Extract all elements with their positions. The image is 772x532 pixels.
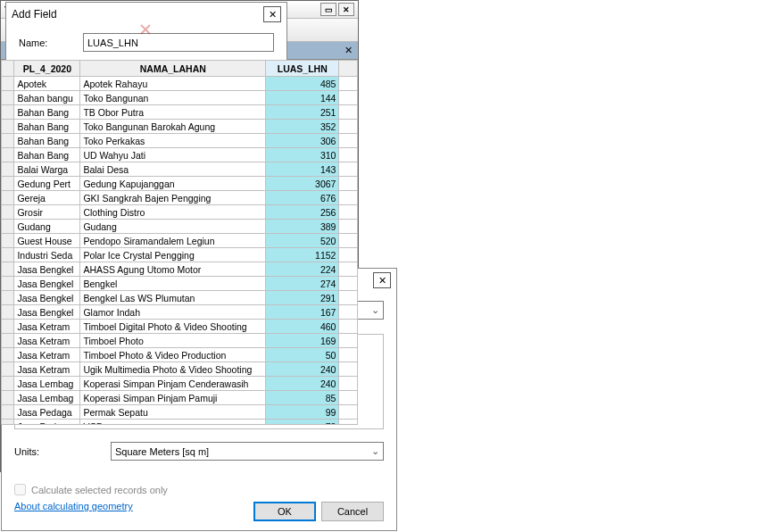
table-row[interactable]: Jasa KetramTimboel Digital Photo & Video… [2, 320, 358, 334]
table-row[interactable]: Bahan BangToko Perkakas306 [2, 134, 358, 148]
cell-pl[interactable]: Bahan Bang [14, 134, 80, 148]
table-row[interactable]: Jasa BengkelBengkel Las WS Plumutan291 [2, 291, 358, 305]
table-row[interactable]: Bahan BangToko Bangunan Barokah Agung352 [2, 120, 358, 134]
cell-luas[interactable]: 85 [266, 391, 339, 405]
table-row[interactable]: Jasa PedagaVCD70 [2, 420, 358, 426]
row-selector[interactable] [2, 334, 14, 348]
cell-nama[interactable]: Polar Ice Crystal Pengging [80, 248, 266, 262]
row-selector[interactable] [2, 262, 14, 277]
cell-nama[interactable]: Gudang [80, 220, 266, 234]
table-row[interactable]: Jasa BengkelAHASS Agung Utomo Motor224 [2, 262, 358, 277]
cell-pl[interactable]: Gereja [14, 191, 80, 205]
cell-extra[interactable] [339, 148, 358, 162]
cell-pl[interactable]: Jasa Ketram [14, 362, 80, 377]
cell-luas[interactable]: 1152 [266, 248, 339, 262]
cell-luas[interactable]: 389 [266, 220, 339, 234]
row-selector[interactable] [2, 148, 14, 162]
cell-nama[interactable]: Koperasi Simpan Pinjam Cenderawasih [80, 377, 266, 391]
cell-luas[interactable]: 143 [266, 162, 339, 177]
cell-extra[interactable] [339, 91, 358, 105]
cell-nama[interactable]: Toko Perkakas [80, 134, 266, 148]
cell-nama[interactable]: UD Wahyu Jati [80, 148, 266, 162]
cell-nama[interactable]: Timboel Photo [80, 334, 266, 348]
cell-luas[interactable]: 50 [266, 348, 339, 362]
cell-nama[interactable]: Permak Sepatu [80, 405, 266, 420]
cell-pl[interactable]: Jasa Bengkel [14, 291, 80, 305]
row-selector[interactable] [2, 120, 14, 134]
col-header-extra[interactable] [339, 61, 358, 77]
cell-extra[interactable] [339, 277, 358, 291]
cell-pl[interactable]: Jasa Pedaga [14, 405, 80, 420]
row-selector[interactable] [2, 405, 14, 420]
close-button[interactable]: ✕ [263, 6, 281, 22]
cell-extra[interactable] [339, 420, 358, 426]
col-header-pl[interactable]: PL_4_2020 [14, 61, 80, 77]
row-selector[interactable] [2, 348, 14, 362]
cell-nama[interactable]: GKI Sangkrah Bajen Pengging [80, 191, 266, 205]
cell-luas[interactable]: 274 [266, 277, 339, 291]
table-row[interactable]: Jasa BengkelGlamor Indah167 [2, 305, 358, 320]
about-link[interactable]: About calculating geometry [14, 501, 133, 511]
row-selector-header[interactable] [2, 61, 14, 77]
cell-pl[interactable]: Industri Seda [14, 248, 80, 262]
cell-nama[interactable]: Pendopo Siramandalem Legiun [80, 234, 266, 248]
cell-extra[interactable] [339, 291, 358, 305]
cell-pl[interactable]: Jasa Pedaga [14, 420, 80, 426]
row-selector[interactable] [2, 305, 14, 320]
cell-pl[interactable]: Jasa Bengkel [14, 305, 80, 320]
cell-extra[interactable] [339, 205, 358, 220]
table-row[interactable]: Guest HousePendopo Siramandalem Legiun52… [2, 234, 358, 248]
close-button[interactable]: ✕ [338, 3, 354, 16]
row-selector[interactable] [2, 177, 14, 191]
ok-button[interactable]: OK [253, 502, 316, 521]
maximize-button[interactable]: ▭ [320, 3, 336, 16]
cell-extra[interactable] [339, 234, 358, 248]
table-row[interactable]: Jasa KetramTimboel Photo & Video Product… [2, 348, 358, 362]
cell-nama[interactable]: Toko Bangunan [80, 91, 266, 105]
table-row[interactable]: Gedung PertGedung Kapujanggan3067 [2, 177, 358, 191]
name-input[interactable] [83, 33, 274, 52]
table-row[interactable]: ApotekApotek Rahayu485 [2, 77, 358, 91]
cell-nama[interactable]: Bengkel [80, 277, 266, 291]
cell-luas[interactable]: 144 [266, 91, 339, 105]
row-selector[interactable] [2, 362, 14, 377]
cell-extra[interactable] [339, 377, 358, 391]
cell-luas[interactable]: 169 [266, 334, 339, 348]
cell-extra[interactable] [339, 77, 358, 91]
cell-pl[interactable]: Bahan Bang [14, 148, 80, 162]
row-selector[interactable] [2, 205, 14, 220]
row-selector[interactable] [2, 105, 14, 120]
cell-pl[interactable]: Jasa Ketram [14, 320, 80, 334]
row-selector[interactable] [2, 234, 14, 248]
cell-pl[interactable]: Gudang [14, 220, 80, 234]
cell-extra[interactable] [339, 177, 358, 191]
row-selector[interactable] [2, 320, 14, 334]
cell-luas[interactable]: 251 [266, 105, 339, 120]
cell-extra[interactable] [339, 320, 358, 334]
row-selector[interactable] [2, 162, 14, 177]
row-selector[interactable] [2, 377, 14, 391]
table-row[interactable]: Jasa KetramTimboel Photo169 [2, 334, 358, 348]
cell-extra[interactable] [339, 362, 358, 377]
cell-extra[interactable] [339, 248, 358, 262]
table-row[interactable]: Jasa PedagaPermak Sepatu99 [2, 405, 358, 420]
row-selector[interactable] [2, 91, 14, 105]
row-selector[interactable] [2, 134, 14, 148]
cell-pl[interactable]: Balai Warga [14, 162, 80, 177]
row-selector[interactable] [2, 220, 14, 234]
cell-nama[interactable]: Balai Desa [80, 162, 266, 177]
cancel-button[interactable]: Cancel [321, 502, 384, 521]
table-row[interactable]: Bahan banguToko Bangunan144 [2, 91, 358, 105]
cell-nama[interactable]: Toko Bangunan Barokah Agung [80, 120, 266, 134]
cell-luas[interactable]: 291 [266, 291, 339, 305]
cell-luas[interactable]: 520 [266, 234, 339, 248]
cell-nama[interactable]: Bengkel Las WS Plumutan [80, 291, 266, 305]
cell-luas[interactable]: 676 [266, 191, 339, 205]
col-header-luas[interactable]: LUAS_LHN [266, 61, 339, 77]
cell-luas[interactable]: 3067 [266, 177, 339, 191]
cell-nama[interactable]: Timboel Photo & Video Production [80, 348, 266, 362]
row-selector[interactable] [2, 277, 14, 291]
table-row[interactable]: GrosirClothing Distro256 [2, 205, 358, 220]
table-row[interactable]: Bahan BangUD Wahyu Jati310 [2, 148, 358, 162]
col-header-nama[interactable]: NAMA_LAHAN [80, 61, 266, 77]
